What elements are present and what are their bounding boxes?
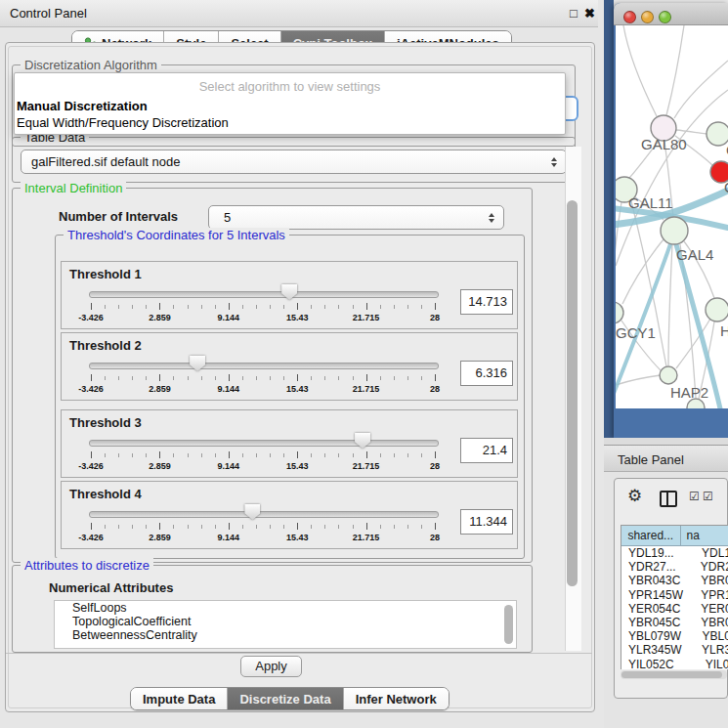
cell-shared-name[interactable]: YBR045C xyxy=(621,616,695,629)
threshold-value-field[interactable]: 6.316 xyxy=(460,361,513,386)
slider-tick xyxy=(297,451,298,458)
threshold-value-field[interactable]: 21.4 xyxy=(460,438,513,463)
network-node-h[interactable] xyxy=(706,298,728,321)
cell-shared-name[interactable]: YPR145W xyxy=(621,588,695,602)
checkbox-icon[interactable]: ☑ xyxy=(703,491,713,502)
network-canvas[interactable]: GAL80GACGAL11GAL4GCY1HHAP2 xyxy=(616,25,728,408)
cell-name[interactable]: YDR2 xyxy=(695,560,728,574)
network-edge[interactable] xyxy=(676,130,707,134)
threshold-slider-thumb[interactable] xyxy=(281,284,297,300)
network-edge[interactable] xyxy=(623,25,657,116)
number-of-intervals-combobox[interactable]: 5 xyxy=(208,205,504,230)
tab-infer-network[interactable]: Infer Network xyxy=(344,688,449,709)
cell-shared-name[interactable]: YLR345W xyxy=(621,643,696,657)
node-label: GAL11 xyxy=(628,194,673,211)
gear-icon[interactable]: ⚙ xyxy=(627,488,642,504)
slider-tick xyxy=(380,376,381,380)
cell-name[interactable]: YDL1 xyxy=(696,546,728,560)
cell-name[interactable]: YBR0 xyxy=(695,574,728,587)
table-data-combobox[interactable]: galFiltered.sif default node xyxy=(21,150,567,174)
table-row[interactable]: YDR27...YDR2 xyxy=(621,560,728,574)
attributes-scrollbar-thumb[interactable] xyxy=(504,605,513,644)
cell-shared-name[interactable]: YDR27... xyxy=(621,560,695,574)
apply-button[interactable]: Apply xyxy=(240,656,302,677)
float-icon[interactable]: □ xyxy=(570,6,578,21)
algorithm-option-1[interactable]: Manual Discretization xyxy=(17,99,148,114)
cell-name[interactable]: YPR1 xyxy=(695,588,728,602)
cell-name[interactable]: YER0 xyxy=(695,602,728,616)
slider-tick xyxy=(380,525,381,529)
column-header-shared-name[interactable]: shared... xyxy=(621,526,681,545)
threshold-slider-thumb[interactable] xyxy=(244,504,260,520)
threshold-slider-thumb[interactable] xyxy=(190,356,205,371)
slider-tick xyxy=(188,453,189,457)
cell-name[interactable]: YLR3 xyxy=(696,643,728,657)
slider-tick xyxy=(353,453,354,457)
tab-discretize-data[interactable]: Discretize Data xyxy=(228,688,343,709)
threshold-slider-track[interactable] xyxy=(89,363,439,369)
table-row[interactable]: YLR345WYLR3 xyxy=(621,643,728,657)
network-node-gal4[interactable] xyxy=(661,217,688,244)
table-row[interactable]: YBR043CYBR0 xyxy=(621,574,728,587)
cell-name[interactable]: YIL0 xyxy=(700,658,728,670)
table-row[interactable]: YIL052CYIL0 xyxy=(621,658,728,670)
slider-tick xyxy=(283,525,284,529)
slider-tick xyxy=(338,525,339,529)
table-hscrollbar-thumb[interactable] xyxy=(621,671,722,678)
network-edge[interactable] xyxy=(666,25,684,115)
table-row[interactable]: YER054CYER0 xyxy=(621,602,728,616)
slider-tick xyxy=(146,525,147,529)
cell-shared-name[interactable]: YER054C xyxy=(621,602,695,616)
zoom-traffic-light[interactable] xyxy=(659,11,671,23)
threshold-value-field[interactable]: 11.344 xyxy=(460,509,513,535)
threshold-slider-track[interactable] xyxy=(89,440,439,447)
threshold-slider-track[interactable] xyxy=(89,511,439,518)
slider-tick xyxy=(256,453,257,457)
tab-impute-data[interactable]: Impute Data xyxy=(131,688,228,709)
slider-tick xyxy=(338,376,339,380)
node-attribute-table[interactable]: shared... na YDL19...YDL1YDR27...YDR2YBR… xyxy=(621,525,728,669)
column-header-name[interactable]: na xyxy=(681,526,728,545)
slider-tick xyxy=(366,374,367,381)
attribute-list-item[interactable]: BetweennessCentrality xyxy=(55,628,516,642)
network-view-window: GAL80GACGAL11GAL4GCY1HHAP2 xyxy=(614,3,728,438)
slider-tick-label: 28 xyxy=(430,533,440,542)
network-node-gcy1[interactable] xyxy=(616,302,623,323)
network-node-hap2[interactable] xyxy=(660,366,677,384)
network-edge[interactable] xyxy=(616,375,661,389)
network-edge[interactable] xyxy=(674,61,728,118)
network-window-titlebar[interactable] xyxy=(614,3,728,25)
table-row[interactable]: YDL19...YDL1 xyxy=(621,546,728,560)
cell-shared-name[interactable]: YIL052C xyxy=(621,658,700,670)
numerical-attributes-list[interactable]: SelfLoopsTopologicalCoefficientBetweenne… xyxy=(54,600,517,649)
attribute-list-item[interactable]: SelfLoops xyxy=(55,601,516,615)
slider-tick xyxy=(242,453,243,457)
node-label: GAL80 xyxy=(641,136,687,152)
checkbox-icon[interactable]: ☑ xyxy=(689,491,700,502)
threshold-value-field[interactable]: 14.713 xyxy=(460,289,513,315)
threshold-slider-track[interactable] xyxy=(89,291,439,298)
network-node-ga[interactable] xyxy=(707,122,728,146)
minimize-traffic-light[interactable] xyxy=(641,11,654,23)
cell-name[interactable]: YBR0 xyxy=(695,616,728,629)
cell-shared-name[interactable]: YDL19... xyxy=(621,546,696,560)
attribute-list-item[interactable]: TopologicalCoefficient xyxy=(55,615,516,628)
network-edge[interactable] xyxy=(668,244,672,365)
slider-tick xyxy=(132,453,133,457)
cell-name[interactable]: YBL0 xyxy=(697,629,728,643)
table-row[interactable]: YPR145WYPR1 xyxy=(621,588,728,602)
cell-shared-name[interactable]: YBR043C xyxy=(621,574,695,587)
table-row[interactable]: YBL079WYBL0 xyxy=(621,629,728,643)
table-hscrollbar-track[interactable] xyxy=(621,670,727,679)
cell-shared-name[interactable]: YBL079W xyxy=(621,629,697,643)
settings-scrollbar-thumb[interactable] xyxy=(567,200,578,586)
table-row[interactable]: YBR045CYBR0 xyxy=(621,616,728,629)
close-icon[interactable]: ✖ xyxy=(584,6,595,21)
slider-tick xyxy=(118,525,119,529)
threshold-slider-thumb[interactable] xyxy=(355,433,370,449)
close-traffic-light[interactable] xyxy=(623,11,636,23)
slider-tick xyxy=(215,376,216,380)
split-columns-icon[interactable] xyxy=(660,491,677,507)
slider-tick xyxy=(256,376,257,380)
algorithm-option-2[interactable]: Equal Width/Frequency Discretization xyxy=(17,115,229,131)
